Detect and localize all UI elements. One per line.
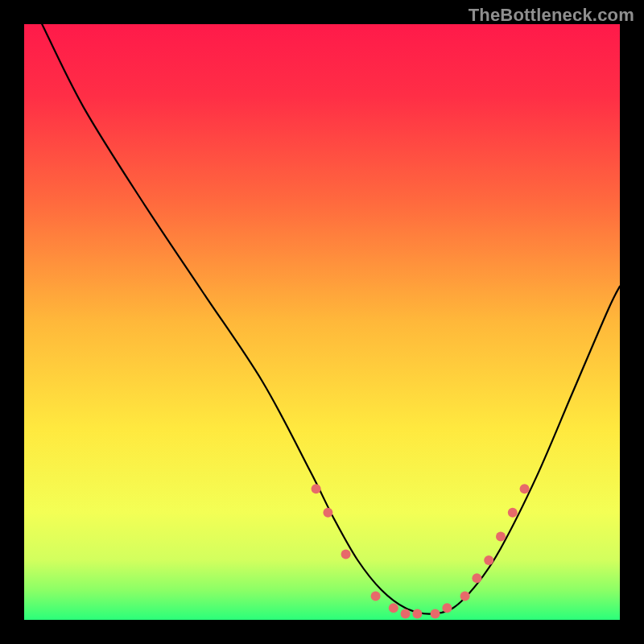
chart-frame [24,24,620,620]
marker-point [389,603,398,613]
marker-point [472,573,481,583]
marker-point [508,508,518,518]
marker-point [520,484,530,493]
marker-point [442,603,452,613]
marker-point [484,555,493,565]
watermark-text: TheBottleneck.com [469,5,634,26]
marker-point [341,550,351,559]
marker-point [412,609,422,619]
chart-background [24,24,620,620]
marker-point [496,531,506,541]
marker-point [401,609,411,619]
marker-point [323,508,332,518]
marker-point [431,609,440,619]
marker-point [312,484,321,493]
marker-point [460,591,470,601]
bottleneck-chart [24,24,620,620]
marker-point [371,591,381,601]
